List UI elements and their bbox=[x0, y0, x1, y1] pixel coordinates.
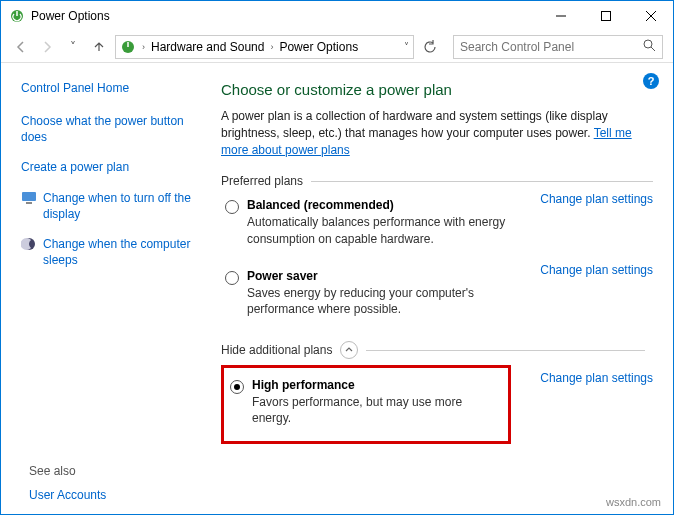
main-panel: Choose or customize a power plan A power… bbox=[211, 81, 653, 444]
plan-name: High performance bbox=[252, 378, 502, 392]
plan-desc: Automatically balances performance with … bbox=[247, 214, 530, 246]
search-input[interactable] bbox=[460, 40, 643, 54]
plan-name: Power saver bbox=[247, 269, 530, 283]
svg-rect-9 bbox=[26, 202, 32, 204]
radio-high-performance[interactable] bbox=[230, 380, 244, 394]
preferred-plans-label: Preferred plans bbox=[221, 174, 653, 188]
search-icon[interactable] bbox=[643, 39, 656, 55]
recent-button[interactable]: ˅ bbox=[63, 37, 83, 57]
sidebar-task-sleep[interactable]: Change when the computer sleeps bbox=[21, 236, 201, 268]
monitor-icon bbox=[21, 190, 37, 206]
refresh-button[interactable] bbox=[420, 37, 440, 57]
sidebar-task-create-plan[interactable]: Create a power plan bbox=[21, 159, 201, 175]
search-box[interactable] bbox=[453, 35, 663, 59]
collapse-button[interactable] bbox=[340, 341, 358, 359]
plan-high-performance[interactable]: High performance Favors performance, but… bbox=[226, 372, 502, 432]
chevron-right-icon: › bbox=[142, 42, 145, 52]
toolbar: ˅ › Hardware and Sound › Power Options ˅ bbox=[1, 31, 673, 63]
change-plan-settings-link[interactable]: Change plan settings bbox=[540, 263, 653, 277]
svg-rect-2 bbox=[601, 12, 610, 21]
minimize-button[interactable] bbox=[538, 1, 583, 31]
maximize-button[interactable] bbox=[583, 1, 628, 31]
plan-desc: Favors performance, but may use more ene… bbox=[252, 394, 502, 426]
page-description: A power plan is a collection of hardware… bbox=[221, 108, 653, 158]
moon-icon bbox=[21, 236, 37, 252]
plan-name: Balanced (recommended) bbox=[247, 198, 530, 212]
chevron-right-icon: › bbox=[270, 42, 273, 52]
radio-balanced[interactable] bbox=[225, 200, 239, 214]
titlebar: Power Options bbox=[1, 1, 673, 31]
window-title: Power Options bbox=[31, 9, 110, 23]
plan-desc: Saves energy by reducing your computer's… bbox=[247, 285, 530, 317]
change-plan-settings-link[interactable]: Change plan settings bbox=[540, 371, 653, 385]
plan-power-saver[interactable]: Power saver Saves energy by reducing you… bbox=[221, 263, 530, 323]
plan-balanced[interactable]: Balanced (recommended) Automatically bal… bbox=[221, 192, 530, 252]
forward-button[interactable] bbox=[37, 37, 57, 57]
power-options-icon bbox=[9, 8, 25, 24]
svg-rect-8 bbox=[22, 192, 36, 201]
page-heading: Choose or customize a power plan bbox=[221, 81, 653, 98]
radio-power-saver[interactable] bbox=[225, 271, 239, 285]
see-also-label: See also bbox=[29, 464, 106, 478]
sidebar-task-power-button[interactable]: Choose what the power button does bbox=[21, 113, 201, 145]
control-panel-home-link[interactable]: Control Panel Home bbox=[21, 81, 201, 95]
window-controls bbox=[538, 1, 673, 31]
user-accounts-link[interactable]: User Accounts bbox=[29, 488, 106, 502]
back-button[interactable] bbox=[11, 37, 31, 57]
sidebar: Control Panel Home Choose what the power… bbox=[21, 81, 211, 444]
highlighted-plan-box: High performance Favors performance, but… bbox=[221, 365, 511, 443]
svg-line-7 bbox=[651, 47, 655, 51]
breadcrumb-item[interactable]: Hardware and Sound bbox=[151, 40, 264, 54]
help-icon[interactable]: ? bbox=[643, 73, 659, 89]
sidebar-task-display-off[interactable]: Change when to turn off the display bbox=[21, 190, 201, 222]
change-plan-settings-link[interactable]: Change plan settings bbox=[540, 192, 653, 206]
see-also-section: See also User Accounts bbox=[29, 464, 106, 502]
watermark: wsxdn.com bbox=[606, 496, 661, 508]
up-button[interactable] bbox=[89, 37, 109, 57]
breadcrumb-item[interactable]: Power Options bbox=[279, 40, 358, 54]
svg-point-6 bbox=[644, 40, 652, 48]
hide-additional-plans-row[interactable]: Hide additional plans bbox=[221, 341, 653, 359]
close-button[interactable] bbox=[628, 1, 673, 31]
breadcrumb[interactable]: › Hardware and Sound › Power Options ˅ bbox=[115, 35, 414, 59]
power-options-icon bbox=[120, 39, 136, 55]
chevron-down-icon[interactable]: ˅ bbox=[404, 41, 409, 52]
